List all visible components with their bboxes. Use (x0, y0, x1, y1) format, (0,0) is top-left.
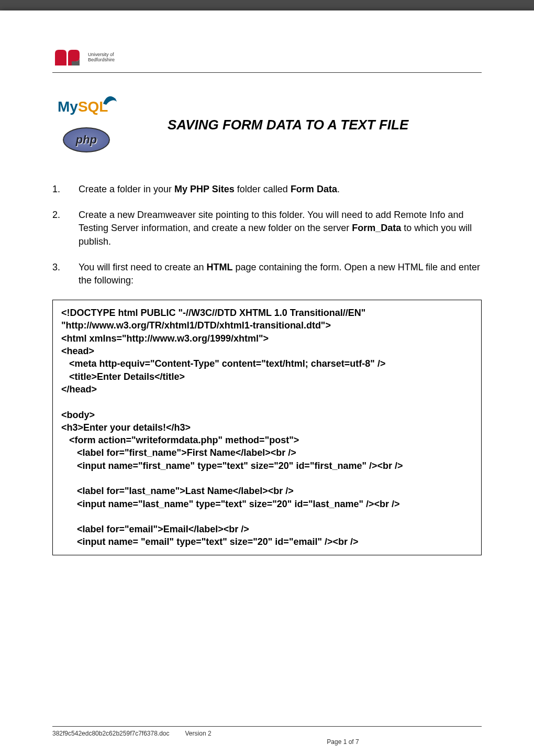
page-title: SAVING FORM DATA TO A TEXT FILE (168, 116, 408, 134)
logo-line-2: Bedfordshire (88, 58, 115, 63)
footer-divider (52, 726, 482, 727)
bedfordshire-logo-icon (52, 47, 84, 68)
code-block: <!DOCTYPE html PUBLIC "-//W3C//DTD XHTML… (52, 300, 482, 555)
document-page: University of Bedfordshire MySQL php SAV… (0, 10, 534, 756)
footer-page-number: Page 1 of 7 (204, 738, 482, 746)
instruction-item: 2.Create a new Dreamweaver site pointing… (52, 209, 482, 248)
php-logo: php (63, 127, 110, 152)
title-section: MySQL php SAVING FORM DATA TO A TEXT FIL… (52, 94, 482, 157)
instruction-list: 1.Create a folder in your My PHP Sites f… (52, 183, 482, 287)
php-text: php (76, 133, 97, 147)
footer-text-row: 382f9c542edc80b2c62b259f7c7f6378.doc Ver… (52, 730, 482, 737)
university-name: University of Bedfordshire (88, 52, 115, 63)
page-footer: 382f9c542edc80b2c62b259f7c7f6378.doc Ver… (52, 726, 482, 746)
footer-version: Version 2 (185, 730, 212, 737)
dolphin-icon (102, 94, 118, 108)
mysql-logo: MySQL (58, 98, 115, 125)
tech-logos-group: MySQL php (52, 94, 120, 157)
mysql-text: MySQL (58, 98, 108, 115)
item-number: 3. (52, 261, 79, 287)
item-number: 1. (52, 183, 79, 196)
instruction-item: 1.Create a folder in your My PHP Sites f… (52, 183, 482, 196)
item-text: Create a folder in your My PHP Sites fol… (79, 183, 482, 196)
footer-filename: 382f9c542edc80b2c62b259f7c7f6378.doc (52, 730, 170, 737)
header-divider (52, 72, 482, 73)
university-logo: University of Bedfordshire (52, 47, 482, 68)
instruction-item: 3.You will first need to create an HTML … (52, 261, 482, 287)
item-text: You will first need to create an HTML pa… (79, 261, 482, 287)
item-text: Create a new Dreamweaver site pointing t… (79, 209, 482, 248)
item-number: 2. (52, 209, 79, 248)
